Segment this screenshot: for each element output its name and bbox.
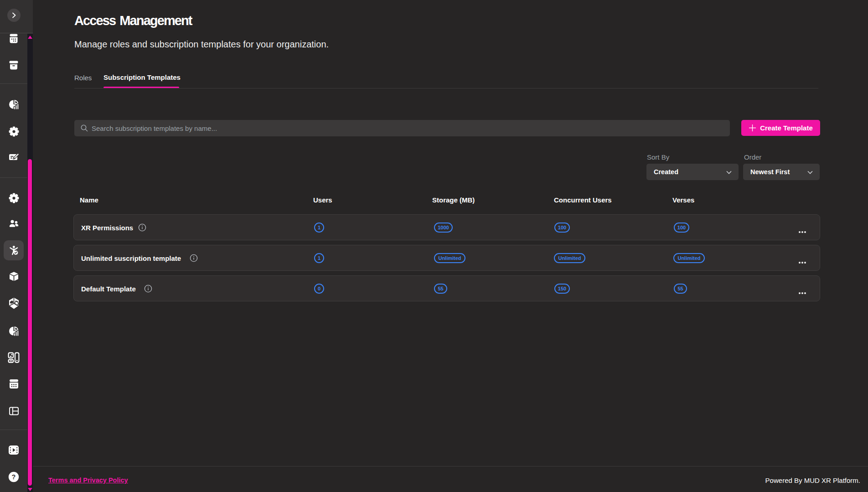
svg-text:?: ? xyxy=(12,473,16,481)
